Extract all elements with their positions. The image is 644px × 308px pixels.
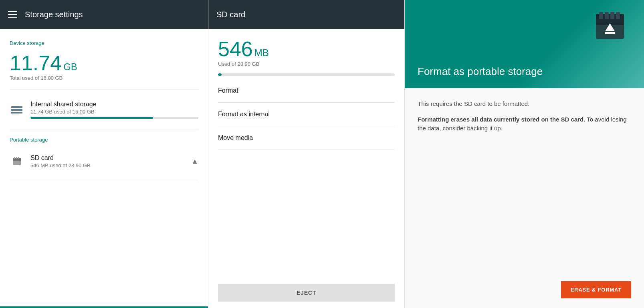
sd-storage-value-container: 546MB [218,38,395,59]
device-storage-label: Device storage [10,40,198,46]
erase-format-button[interactable]: ERASE & FORMAT [561,281,631,298]
sd-card-content: 546MB Used of 28.90 GB Format Format as … [208,29,404,150]
sd-card-title: SD card [216,10,245,19]
internal-storage-item[interactable]: Internal shared storage 11.74 GB used of… [10,96,198,124]
svg-rect-12 [605,32,615,34]
divider-1 [10,89,198,89]
menu-icon[interactable] [8,11,17,18]
format-as-internal-menu-item[interactable]: Format as internal [218,103,395,126]
format-portable-panel: Format as portable storage This requires… [405,0,644,308]
format-warning: Formatting erases all data currently sto… [418,115,631,133]
move-media-menu-item[interactable]: Move media [218,126,395,150]
sd-card-header: SD card [208,0,404,29]
eject-icon[interactable]: ▲ [191,157,198,166]
format-menu-item[interactable]: Format [218,79,395,103]
device-storage-number: 11.74GB [10,51,77,75]
internal-icon-bars [11,106,22,113]
device-storage-unit: GB [63,61,77,72]
svg-rect-4 [18,157,19,159]
internal-storage-progress-bar [30,117,198,119]
svg-rect-8 [605,12,609,19]
sd-progress-bar [218,73,395,76]
internal-storage-progress-fill [30,117,153,119]
eject-button-container: EJECT [208,278,404,308]
hero-sd-card-icon [592,8,628,44]
sd-card-info: SD card 546 MB used of 28.90 GB [30,154,185,168]
format-warning-bold: Formatting erases all data currently sto… [418,116,585,123]
sd-card-item[interactable]: SD card 546 MB used of 28.90 GB ▲ [10,149,198,173]
sd-progress-fill [218,73,222,76]
sd-card-icon [10,154,24,168]
internal-storage-icon [10,103,24,117]
divider-2 [10,130,198,130]
storage-settings-content: Device storage 11.74GB Total used of 16.… [0,29,208,306]
device-storage-subtitle: Total used of 16.00 GB [10,75,198,81]
storage-settings-title: Storage settings [25,10,83,19]
sd-card-small-svg [11,156,22,167]
eject-button[interactable]: EJECT [218,284,395,302]
svg-rect-10 [616,12,620,19]
svg-rect-9 [610,12,614,19]
sd-storage-unit: MB [254,47,269,58]
svg-rect-7 [599,12,603,19]
format-body: This requires the SD card to be formatte… [405,88,644,275]
svg-rect-3 [16,157,17,159]
sd-card-panel: SD card 546MB Used of 28.90 GB Format Fo… [208,0,405,308]
sd-storage-digits: 546 [218,37,253,61]
sd-card-sub: 546 MB used of 28.90 GB [30,162,185,168]
portable-storage-label: Portable storage [10,137,198,143]
format-hero-title: Format as portable storage [418,65,543,79]
format-description: This requires the SD card to be formatte… [418,99,631,109]
sd-storage-number: 546MB [218,37,269,61]
internal-storage-sub: 11.74 GB used of 16.00 GB [30,109,198,115]
svg-rect-2 [14,157,15,159]
sd-card-name: SD card [30,154,185,162]
internal-storage-name: Internal shared storage [30,101,198,108]
device-storage-digits: 11.74 [10,51,62,75]
divider-3 [10,180,198,180]
format-hero: Format as portable storage [405,0,644,88]
panel-1-bottom-border [0,306,208,308]
internal-storage-info: Internal shared storage 11.74 GB used of… [30,101,198,119]
format-footer: ERASE & FORMAT [405,275,644,308]
storage-settings-panel: Storage settings Device storage 11.74GB … [0,0,208,308]
storage-settings-header: Storage settings [0,0,208,29]
device-storage-value-container: 11.74GB [10,53,198,73]
sd-menu-list: Format Format as internal Move media [218,79,395,150]
sd-storage-subtitle: Used of 28.90 GB [218,61,395,67]
